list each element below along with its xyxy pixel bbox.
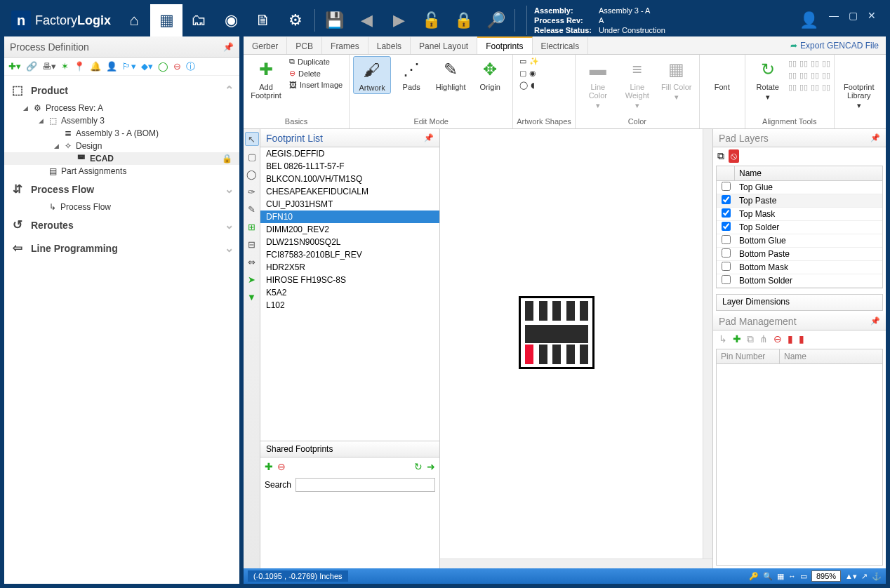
add-icon[interactable]: ✚▾ bbox=[8, 61, 21, 72]
shared-add-icon[interactable]: ✚ bbox=[265, 461, 273, 472]
unlock-icon[interactable]: 🔓 bbox=[415, 4, 447, 36]
status-icon[interactable]: 🔍 bbox=[763, 572, 773, 581]
user-icon[interactable]: 👤 bbox=[798, 10, 819, 31]
tree-process-rev[interactable]: ◢⚙Process Rev: A bbox=[4, 102, 239, 114]
pin-icon[interactable]: 📌 bbox=[870, 133, 880, 142]
zoom-spinner-icon[interactable]: ▲▾ bbox=[845, 572, 857, 581]
layer-checkbox[interactable] bbox=[722, 248, 731, 258]
artwork-mode-button[interactable]: 🖌Artwork bbox=[353, 56, 391, 94]
pm-icon[interactable]: ⋔ bbox=[759, 333, 768, 345]
pads-mode-button[interactable]: ⋰Pads bbox=[392, 56, 430, 93]
layer-checkbox[interactable] bbox=[722, 195, 731, 204]
footprint-item[interactable]: FCI87583-2010BLF_REV bbox=[260, 248, 439, 261]
align-icon[interactable]: ▯▯ bbox=[799, 71, 808, 80]
grid-icon[interactable]: ▦ bbox=[150, 4, 182, 36]
canvas-scrollbar-v[interactable] bbox=[703, 129, 712, 559]
shared-refresh-icon[interactable]: ↻ bbox=[414, 461, 423, 472]
shared-remove-icon[interactable]: ⊖ bbox=[277, 461, 286, 472]
line-color-button[interactable]: ▬Line Color▾ bbox=[579, 56, 617, 111]
tab-labels[interactable]: Labels bbox=[368, 36, 411, 54]
delete-button[interactable]: ⊖Delete bbox=[286, 68, 345, 79]
footprint-library-button[interactable]: Footprint Library▾ bbox=[838, 56, 880, 111]
tree-ecad[interactable]: ◚ECAD🔒 bbox=[4, 152, 239, 165]
tab-panel-layout[interactable]: Panel Layout bbox=[411, 36, 477, 54]
highlight-mode-button[interactable]: ✎Highlight bbox=[432, 56, 470, 93]
pointer-tool-icon[interactable]: ↖ bbox=[245, 132, 259, 146]
lock-search-icon[interactable]: 🔎 bbox=[479, 4, 512, 36]
tree-bom[interactable]: ≣Assembly 3 - A (BOM) bbox=[4, 127, 239, 140]
footprint-item[interactable]: DIMM200_REV2 bbox=[260, 223, 439, 236]
pm-add-icon[interactable]: ✚ bbox=[733, 333, 741, 345]
close-button[interactable]: ✕ bbox=[868, 10, 876, 31]
footprint-item[interactable]: BLKCON.100/VH/TM1SQ bbox=[260, 173, 439, 185]
status-icon[interactable]: ↗ bbox=[861, 572, 868, 581]
align-icon[interactable]: ▯▯ bbox=[799, 83, 808, 92]
pin-icon[interactable]: 📌 bbox=[870, 316, 880, 326]
grid-tool-icon[interactable]: ⊞ bbox=[245, 220, 259, 234]
lock-icon[interactable]: 🔒 bbox=[447, 4, 479, 36]
flag-icon[interactable]: 🏳▾ bbox=[122, 61, 136, 72]
footprint-item[interactable]: HIROSE FH19SC-8S bbox=[260, 274, 439, 286]
align-icon[interactable]: ▯▯ bbox=[788, 71, 797, 80]
add-footprint-button[interactable]: ✚Add Footprint bbox=[247, 56, 285, 101]
tab-gerber[interactable]: Gerber bbox=[244, 36, 287, 54]
layer-row[interactable]: Top Paste bbox=[717, 194, 882, 208]
status-icon[interactable]: ▭ bbox=[800, 572, 807, 581]
person-icon[interactable]: 👤 bbox=[106, 61, 117, 72]
save-icon[interactable]: 💾 bbox=[318, 4, 350, 36]
lasso-tool-icon[interactable]: ◯ bbox=[245, 167, 259, 181]
info-icon[interactable]: ⓘ bbox=[186, 60, 195, 73]
maximize-button[interactable]: ▢ bbox=[849, 10, 858, 31]
shared-search-input[interactable] bbox=[295, 478, 435, 492]
layer-row[interactable]: Top Solder bbox=[717, 221, 882, 234]
footprint-item[interactable]: BEL 0826-1L1T-57-F bbox=[260, 160, 439, 173]
status-icon[interactable]: ↔ bbox=[788, 572, 796, 580]
report-icon[interactable]: 🗎 bbox=[247, 4, 279, 36]
grid2-tool-icon[interactable]: ⊟ bbox=[245, 237, 259, 251]
export-gencad-button[interactable]: ➦Export GENCAD File bbox=[783, 36, 886, 54]
section-process-flow[interactable]: ⇵Process Flow⌄ bbox=[4, 178, 239, 201]
align-icon[interactable]: ▯▯ bbox=[788, 59, 797, 68]
layer-stop-icon[interactable]: ⦸ bbox=[729, 149, 739, 163]
layer-row[interactable]: Bottom Paste bbox=[717, 248, 882, 261]
layer-row[interactable]: Top Mask bbox=[717, 208, 882, 221]
layer-row[interactable]: Bottom Solder bbox=[717, 274, 882, 288]
pin-icon[interactable]: 📌 bbox=[223, 42, 234, 52]
footprint-item[interactable]: CHESAPEAKEFIDUCIALM bbox=[260, 185, 439, 198]
align-icon[interactable]: ▯▯ bbox=[822, 71, 830, 80]
status-icon[interactable]: 🔑 bbox=[749, 572, 759, 581]
layer-row[interactable]: Bottom Glue bbox=[717, 234, 882, 248]
layer-checkbox[interactable] bbox=[722, 235, 731, 244]
layer-row[interactable]: Top Glue bbox=[717, 181, 882, 194]
layer-checkbox[interactable] bbox=[722, 275, 731, 284]
footprint-item[interactable]: K5A2 bbox=[260, 286, 439, 299]
font-button[interactable]: Font bbox=[703, 56, 741, 93]
insert-image-button[interactable]: 🖼Insert Image bbox=[286, 80, 345, 90]
pm-icon[interactable]: ⧉ bbox=[747, 333, 754, 345]
align-icon[interactable]: ▯▯ bbox=[811, 59, 819, 68]
canvas-scrollbar-h[interactable] bbox=[440, 559, 712, 568]
section-line-programming[interactable]: ⇦Line Programming⌄ bbox=[4, 236, 239, 260]
minimize-button[interactable]: — bbox=[829, 10, 839, 31]
align-icon[interactable]: ▯▯ bbox=[811, 83, 819, 92]
green-circle-icon[interactable]: ◯ bbox=[158, 61, 168, 72]
zoom-value[interactable]: 895% bbox=[811, 570, 841, 582]
section-reroutes[interactable]: ↺Reroutes⌄ bbox=[4, 213, 239, 236]
align-icon[interactable]: ▯▯ bbox=[811, 71, 819, 80]
globe-icon[interactable]: ◉ bbox=[215, 4, 247, 36]
footprint-item[interactable]: L102 bbox=[260, 299, 439, 312]
layer-copy-icon[interactable]: ⧉ bbox=[717, 150, 724, 162]
footprint-item[interactable]: CUI_PJ031HSMT bbox=[260, 198, 439, 211]
section-product[interactable]: ⬚Product⌃ bbox=[4, 79, 239, 102]
align-icon[interactable]: ▯▯ bbox=[788, 83, 797, 92]
shape-ellipse-button[interactable]: ◯◖ bbox=[517, 80, 542, 91]
status-icon[interactable]: ▦ bbox=[777, 572, 784, 581]
bell-icon[interactable]: 🔔 bbox=[90, 61, 101, 72]
footprint-item[interactable]: HDR2X5R bbox=[260, 261, 439, 274]
print-icon[interactable]: 🖶▾ bbox=[42, 61, 56, 72]
origin-mode-button[interactable]: ✥Origin bbox=[471, 56, 509, 93]
footprint-item[interactable]: DLW21SN900SQ2L bbox=[260, 236, 439, 248]
forward-icon[interactable]: ▶ bbox=[383, 4, 415, 36]
rotate-button[interactable]: ↻Rotate▾ bbox=[749, 56, 787, 102]
tab-footprints[interactable]: Footprints bbox=[477, 36, 532, 54]
